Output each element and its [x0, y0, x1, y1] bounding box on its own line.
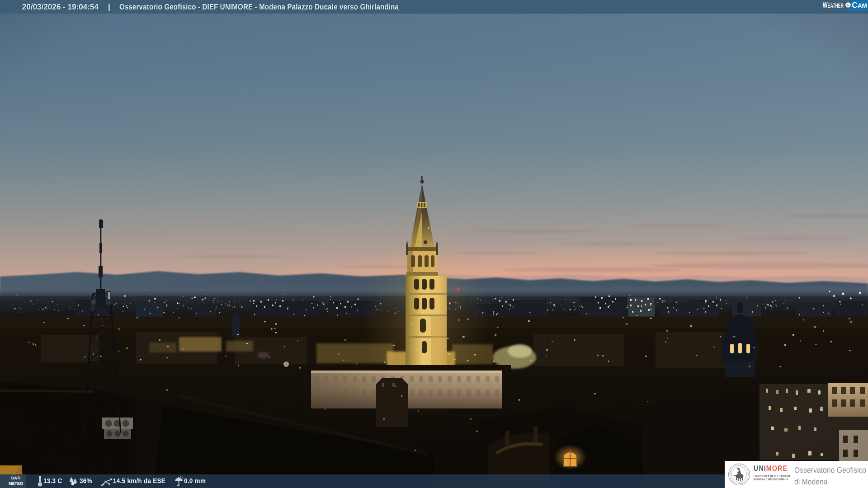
- svg-text:1175: 1175: [737, 482, 741, 484]
